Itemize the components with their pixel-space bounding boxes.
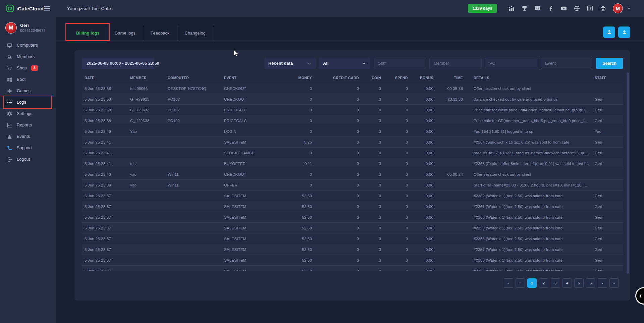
table-row: 5 Jun 25 23:58 G_H29633 PC102 CHECKOUT 0… — [82, 94, 623, 105]
cell-event: SALESITEM — [221, 233, 279, 244]
cell-money: 0 — [279, 180, 315, 191]
cell-credit-card: 0 — [315, 169, 362, 180]
page-button[interactable]: › — [598, 278, 607, 288]
cell-event: PRICECALC — [221, 115, 279, 126]
brand[interactable]: iCafeCloud — [6, 4, 44, 12]
cell-details: product_id:571018271, product_name:Sandw… — [466, 148, 592, 158]
page-button[interactable]: « — [504, 278, 513, 288]
sidebar-item-computers[interactable]: Computers — [0, 40, 56, 51]
youtube-icon[interactable] — [560, 5, 567, 12]
cell-coin: 0 — [362, 137, 384, 148]
sidebar-item-members[interactable]: Members — [0, 51, 56, 62]
cell-coin: 0 — [362, 201, 384, 212]
cell-coin: 0 — [362, 94, 384, 105]
icafecloud-icon[interactable] — [587, 5, 593, 12]
sidebar-item-reports[interactable]: Reports — [0, 119, 56, 131]
page-button[interactable]: » — [609, 278, 619, 288]
cell-event: SALESITEM — [221, 191, 279, 201]
sidebar-item-label: Boot — [17, 77, 26, 82]
recent-data-select[interactable]: Recent data — [264, 58, 316, 69]
sidebar-item-events[interactable]: Events — [0, 131, 56, 142]
hamburger-menu-icon[interactable] — [44, 5, 51, 12]
table-row: 5 Jun 25 23:37 SALESITEM 52.50 0 0 0 0.0… — [82, 201, 623, 212]
cell-bonus: 0.00 — [411, 169, 436, 180]
tab[interactable]: Changelog — [177, 25, 213, 41]
cell-time — [436, 180, 466, 191]
discord-icon[interactable] — [534, 5, 541, 12]
billing-logs-card: 2025-06-05 00:00 - 2025-06-05 23:59 Rece… — [74, 50, 630, 301]
date-range-picker[interactable]: 2025-06-05 00:00 - 2025-06-05 23:59 — [82, 58, 154, 69]
page-button[interactable]: 6 — [586, 278, 595, 288]
tab-bar: Billing logs Game logs Feedback Changelo… — [56, 25, 644, 41]
event-input[interactable] — [541, 58, 592, 69]
page-button[interactable]: 4 — [562, 278, 572, 288]
cell-date: 5 Jun 25 23:37 — [82, 201, 127, 212]
tabs: Billing logs Game logs Feedback Changelo… — [69, 25, 213, 41]
cell-credit-card: 0 — [315, 212, 362, 223]
sidebar-item-shop[interactable]: Shop 3 — [0, 62, 56, 74]
chevron-down-icon[interactable] — [627, 6, 631, 11]
page-button[interactable]: 5 — [574, 278, 584, 288]
cell-member: yao — [127, 180, 165, 191]
user-block[interactable]: M Geri 008612345678 — [0, 21, 56, 40]
cell-spend: 0 — [384, 223, 411, 233]
tab-label: Game logs — [115, 31, 136, 36]
sidebar-item-games[interactable]: Games — [0, 85, 56, 97]
globe-icon[interactable] — [574, 5, 580, 12]
cell-details: #2357 (Water x 1)(tax: 2.50) was sold to… — [466, 244, 592, 255]
sidebar-item-support[interactable]: Support — [0, 142, 56, 154]
sidebar-item-settings[interactable]: Settings — [0, 108, 56, 119]
cell-event: SALESITEM — [221, 212, 279, 223]
event-type-select[interactable]: All — [319, 58, 370, 69]
member-input[interactable] — [429, 58, 482, 69]
cell-event: SALESITEM — [221, 137, 279, 148]
facebook-icon[interactable] — [547, 5, 554, 12]
search-button[interactable]: Search — [596, 58, 623, 69]
ranking-icon[interactable] — [508, 5, 515, 12]
sidebar-item-logs[interactable]: Logs — [0, 97, 56, 108]
page-button[interactable]: 3 — [551, 278, 560, 288]
cell-credit-card: 0 — [315, 158, 362, 169]
cell-staff: Geri — [592, 233, 623, 244]
page-button[interactable]: 1 — [527, 278, 537, 288]
cell-staff: Geri — [592, 244, 623, 255]
cell-time — [436, 244, 466, 255]
sidebar-item-icon — [7, 134, 12, 140]
cell-details: #2358 (Water x 1)(tax: 2.50) was sold to… — [466, 233, 592, 244]
avatar[interactable]: M — [613, 3, 623, 13]
table-row: 5 Jun 25 23:37 SALESITEM 52.50 0 0 0 0.0… — [82, 266, 623, 271]
sidebar-item-logout[interactable]: Logout — [0, 154, 56, 165]
col-computer: COMPUTER — [165, 72, 221, 83]
staff-input[interactable] — [374, 58, 426, 69]
page-button[interactable]: ‹ — [516, 278, 525, 288]
user-name: Geri — [20, 23, 46, 28]
cell-spend: 0 — [384, 201, 411, 212]
cell-date: 5 Jun 25 23:58 — [82, 83, 127, 94]
cell-coin: 0 — [362, 148, 384, 158]
cell-spend: 0 — [384, 126, 411, 137]
cell-member — [127, 244, 165, 255]
table-scrollbar[interactable] — [627, 72, 629, 274]
page-button[interactable]: 2 — [539, 278, 548, 288]
subscription-days-badge[interactable]: 1329 days — [468, 4, 497, 13]
pc-input[interactable] — [485, 58, 537, 69]
cell-time — [436, 105, 466, 115]
cell-computer — [165, 244, 221, 255]
trophy-icon[interactable] — [521, 5, 528, 12]
tab[interactable]: Feedback — [143, 25, 177, 41]
tab[interactable]: Game logs — [107, 25, 143, 41]
layers-icon[interactable] — [600, 5, 606, 12]
cell-money: 52.50 — [279, 223, 315, 233]
sidebar-item-boot[interactable]: Boot — [0, 74, 56, 85]
cell-bonus: 0.00 — [411, 255, 436, 266]
cell-coin: 0 — [362, 223, 384, 233]
tab-label: Changelog — [185, 31, 206, 36]
cell-member — [127, 266, 165, 271]
tab[interactable]: Billing logs — [69, 25, 107, 41]
cell-event: CHECKOUT — [221, 94, 279, 105]
upload-icon — [606, 29, 612, 36]
tab-label: Feedback — [151, 31, 170, 36]
download-button[interactable] — [618, 26, 630, 38]
cell-bonus: 0.00 — [411, 94, 436, 105]
upload-button[interactable] — [603, 26, 615, 38]
